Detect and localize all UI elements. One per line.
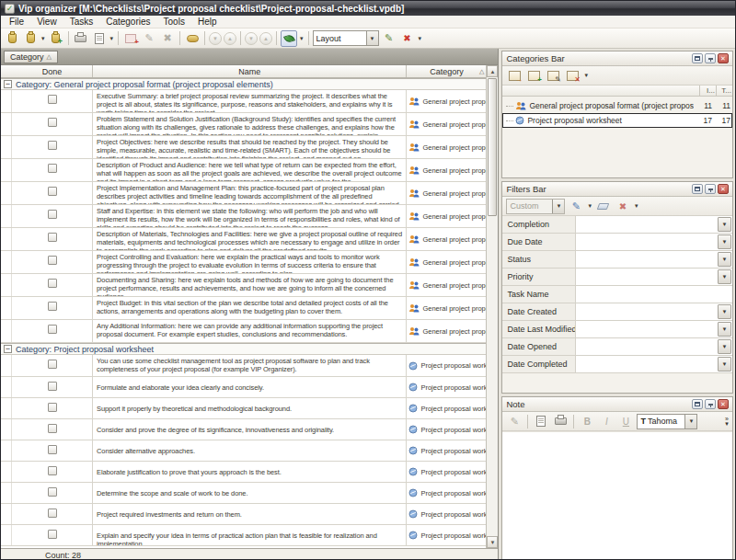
table-row[interactable]: Project Implementation and Management Pl… [1, 182, 486, 205]
categories-list-item[interactable]: Project proposal worksheet 17 17 [502, 113, 732, 128]
filter-dropdown-button[interactable]: ▼ [718, 217, 731, 232]
done-checkbox[interactable] [48, 233, 57, 242]
menu-tools[interactable]: Tools [157, 16, 191, 29]
close-panel-button[interactable]: ✕ [718, 399, 729, 409]
done-checkbox[interactable] [48, 487, 57, 497]
pin-panel-button[interactable] [705, 399, 716, 409]
layout-group-options-icon[interactable]: ▾ [419, 35, 422, 42]
menu-help[interactable]: Help [191, 16, 224, 29]
apply-filter-menu-arrow-icon[interactable]: ▾ [588, 202, 592, 210]
show-notes-toggle-button[interactable] [281, 30, 297, 47]
font-combobox[interactable]: T Tahoma ▼ [637, 414, 697, 429]
collapse-group-icon[interactable]: − [4, 80, 12, 88]
font-combobox-arrow-icon[interactable]: ▼ [684, 415, 696, 429]
filter-value-field[interactable] [576, 286, 732, 303]
category-group-row[interactable]: − Category: General project proposal for… [1, 78, 486, 90]
note-print-button[interactable] [552, 413, 569, 429]
view-group-options-icon[interactable]: ▾ [300, 35, 304, 42]
edit-category-button[interactable]: ✎ [545, 67, 561, 84]
filter-value-field[interactable] [576, 234, 717, 250]
table-row[interactable]: Support it properly by theoretical and m… [1, 398, 486, 419]
filter-value-field[interactable] [576, 251, 717, 268]
menu-view[interactable]: View [30, 16, 63, 29]
table-row[interactable]: Documenting and Sharing: here we explain… [1, 274, 486, 297]
save-layout-button[interactable]: ✎ [381, 30, 397, 47]
done-checkbox[interactable] [48, 141, 57, 150]
done-checkbox[interactable] [48, 164, 57, 173]
table-row[interactable]: You can use some checklist management to… [1, 355, 486, 377]
pin-panel-button[interactable] [705, 184, 716, 194]
categories-count-column-2[interactable]: T... [716, 86, 732, 96]
filter-value-field[interactable] [576, 356, 717, 372]
filter-dropdown-button[interactable]: ▼ [718, 252, 731, 267]
close-panel-button[interactable]: ✕ [718, 184, 729, 194]
layout-combobox[interactable]: Layout ▼ [313, 30, 379, 46]
new-database-button[interactable] [4, 30, 20, 47]
table-row[interactable]: Any Additional Information: here we can … [1, 320, 486, 343]
note-preview-button[interactable] [533, 413, 549, 429]
done-checkbox[interactable] [48, 530, 57, 539]
delete-category-button[interactable]: ✕ [564, 67, 581, 84]
done-checkbox[interactable] [48, 118, 57, 127]
done-checkbox[interactable] [48, 279, 57, 288]
scrollbar-thumb[interactable] [488, 78, 497, 216]
category-group-row[interactable]: − Category: Project proposal worksheet [1, 343, 486, 355]
menu-categories[interactable]: Categories [99, 16, 156, 29]
delete-layout-button[interactable]: ✖ [399, 30, 416, 47]
save-database-button[interactable]: + [48, 30, 64, 47]
filter-value-field[interactable] [576, 216, 717, 233]
pin-panel-button[interactable] [705, 53, 716, 63]
table-row[interactable]: Project Objectives: here we describe res… [1, 136, 486, 159]
print-group-options-icon[interactable]: ▾ [110, 35, 114, 42]
done-checkbox[interactable] [48, 509, 57, 518]
done-checkbox[interactable] [48, 187, 57, 196]
filter-dropdown-button[interactable]: ▼ [718, 269, 731, 284]
filter-dropdown-button[interactable]: ▼ [718, 322, 731, 337]
table-row[interactable]: Project Budget: in this vital section of… [1, 297, 486, 320]
open-database-menu-arrow-icon[interactable]: ▾ [41, 35, 45, 42]
apply-filter-button[interactable]: ✎ [568, 198, 584, 214]
add-subcategory-button[interactable]: + [525, 67, 542, 84]
scrollbar-track[interactable] [487, 217, 498, 536]
filter-value-field[interactable] [576, 303, 717, 320]
menu-tasks[interactable]: Tasks [63, 16, 100, 29]
categories-list-item[interactable]: General project proposal format (project… [502, 98, 732, 113]
name-column-header[interactable]: Name [93, 65, 407, 77]
table-row[interactable]: Problem Statement and Solution Justifica… [1, 113, 486, 136]
done-checkbox[interactable] [48, 210, 57, 219]
toolbar-overflow-button[interactable]: » ▾ [725, 417, 729, 426]
complete-task-button[interactable] [184, 30, 201, 47]
undock-panel-button[interactable] [692, 399, 703, 409]
filter-value-field[interactable] [576, 269, 717, 285]
filter-dropdown-button[interactable]: ▼ [718, 304, 731, 319]
done-checkbox[interactable] [48, 382, 57, 391]
title-bar[interactable]: ✓ Vip organizer [M:\Checklists\Project p… [1, 1, 735, 16]
scroll-down-button[interactable]: ▼ [487, 536, 498, 548]
done-checkbox[interactable] [48, 95, 57, 104]
done-checkbox[interactable] [48, 302, 57, 311]
close-panel-button[interactable]: ✕ [718, 53, 729, 63]
filter-dropdown-button[interactable]: ▼ [718, 339, 731, 354]
done-checkbox[interactable] [48, 424, 57, 433]
table-row[interactable]: Project Controlling and Evaluation: here… [1, 251, 486, 274]
open-database-button[interactable] [22, 30, 39, 47]
table-row[interactable]: Description of Materials, Technologies a… [1, 228, 486, 251]
table-row[interactable]: Elaborate justification to prove that yo… [1, 462, 486, 483]
table-row[interactable]: Staff and Expertise: in this element we … [1, 205, 486, 228]
group-by-category-chip[interactable]: Category △ [4, 51, 58, 63]
filter-value-field[interactable] [576, 321, 717, 337]
done-checkbox[interactable] [48, 445, 57, 454]
table-row[interactable]: Consider and prove the degree of its sig… [1, 419, 486, 440]
print-preview-button[interactable] [91, 30, 108, 47]
menu-file[interactable]: File [3, 16, 30, 29]
done-checkbox[interactable] [48, 325, 57, 334]
print-button[interactable] [73, 30, 89, 47]
done-checkbox[interactable] [48, 466, 57, 475]
table-row[interactable]: Executive Summary: a brief project propo… [1, 90, 486, 113]
undock-panel-button[interactable] [692, 184, 703, 194]
table-row[interactable]: Consider alternative approaches. Project… [1, 440, 486, 462]
done-checkbox[interactable] [48, 403, 57, 412]
undock-panel-button[interactable] [692, 53, 703, 63]
table-row[interactable]: Explain and specify your idea in terms o… [1, 525, 486, 546]
category-column-header[interactable]: Category △ [407, 65, 486, 77]
